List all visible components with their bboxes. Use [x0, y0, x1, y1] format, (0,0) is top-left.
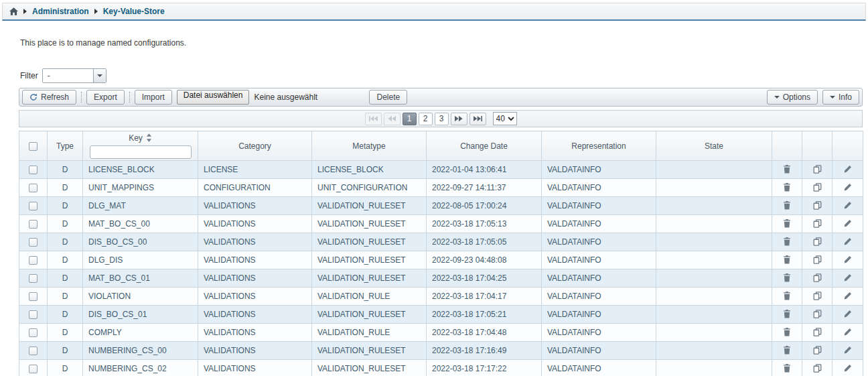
column-header-key[interactable]: Key: [83, 131, 198, 161]
row-checkbox[interactable]: [29, 238, 38, 247]
previous-page-button[interactable]: [384, 113, 401, 125]
edit-pencil-icon[interactable]: [842, 363, 854, 375]
copy-icon[interactable]: [811, 236, 823, 248]
cell-delete: [772, 233, 802, 251]
edit-pencil-icon[interactable]: [842, 308, 854, 320]
select-all-checkbox[interactable]: [29, 142, 38, 151]
cell-edit: [833, 342, 863, 360]
cell-copy: [802, 215, 833, 233]
cell-type: D: [48, 269, 83, 288]
home-icon[interactable]: [9, 7, 18, 15]
breadcrumb-item-administration[interactable]: Administration: [32, 7, 89, 16]
trash-icon[interactable]: [781, 308, 793, 320]
copy-icon[interactable]: [811, 308, 823, 320]
row-checkbox[interactable]: [29, 365, 38, 373]
table-header-row: Type Key Category Metatype Change Date R…: [19, 131, 863, 161]
trash-icon[interactable]: [781, 164, 793, 176]
edit-pencil-icon[interactable]: [842, 218, 854, 230]
row-checkbox[interactable]: [29, 328, 38, 337]
trash-icon[interactable]: [781, 290, 793, 302]
edit-pencil-icon[interactable]: [842, 272, 854, 284]
trash-icon[interactable]: [781, 236, 793, 248]
next-page-button[interactable]: [451, 113, 467, 125]
rows-per-page-select[interactable]: 40: [493, 112, 517, 125]
table-row: DMAT_BO_CS_00VALIDATIONSVALIDATION_RULES…: [19, 215, 863, 233]
column-header-copy: [802, 131, 833, 161]
edit-pencil-icon[interactable]: [842, 236, 854, 248]
page-button-2[interactable]: 2: [419, 113, 433, 125]
filter-dropdown[interactable]: -: [42, 68, 106, 83]
copy-icon[interactable]: [811, 182, 823, 194]
choose-file-button[interactable]: Datei auswählen: [177, 90, 250, 105]
copy-icon[interactable]: [811, 254, 823, 266]
trash-icon[interactable]: [781, 363, 793, 375]
trash-icon[interactable]: [781, 254, 793, 266]
row-checkbox[interactable]: [29, 166, 38, 174]
row-checkbox[interactable]: [29, 184, 38, 192]
trash-icon[interactable]: [781, 218, 793, 230]
cell-type: D: [48, 288, 83, 306]
cell-key: COMPLY: [83, 324, 198, 342]
cell-category: VALIDATIONS: [198, 269, 312, 288]
sort-icon[interactable]: [146, 133, 152, 142]
filter-dropdown-button[interactable]: [93, 69, 106, 82]
row-checkbox[interactable]: [29, 347, 38, 355]
trash-icon[interactable]: [781, 182, 793, 194]
cell-category: VALIDATIONS: [198, 215, 312, 233]
edit-pencil-icon[interactable]: [842, 290, 854, 302]
options-menu-button[interactable]: Options: [767, 90, 818, 105]
refresh-button[interactable]: Refresh: [22, 90, 76, 105]
cell-state: [656, 215, 772, 233]
column-header-category: Category: [198, 131, 312, 161]
copy-icon[interactable]: [811, 326, 823, 338]
cell-key: LICENSE_BLOCK: [83, 161, 198, 179]
edit-pencil-icon[interactable]: [842, 182, 854, 194]
first-page-button[interactable]: [365, 113, 382, 125]
row-checkbox[interactable]: [29, 310, 38, 319]
copy-icon[interactable]: [811, 200, 823, 212]
edit-pencil-icon[interactable]: [842, 326, 854, 338]
row-checkbox[interactable]: [29, 256, 38, 265]
cell-change-date: 2022-09-27 14:11:37: [427, 179, 542, 197]
breadcrumb-separator-icon: [23, 9, 27, 14]
copy-icon[interactable]: [811, 272, 823, 284]
edit-pencil-icon[interactable]: [842, 164, 854, 176]
info-menu-button[interactable]: Info: [822, 90, 859, 105]
cell-copy: [802, 161, 833, 179]
edit-pencil-icon[interactable]: [842, 254, 854, 266]
page-button-1[interactable]: 1: [403, 113, 417, 125]
trash-icon[interactable]: [781, 200, 793, 212]
paginator: 1 2 3 40: [19, 110, 863, 127]
row-checkbox[interactable]: [29, 292, 38, 301]
delete-button[interactable]: Delete: [369, 90, 407, 105]
cell-change-date: 2022-03-18 17:17:22: [427, 360, 542, 376]
trash-icon[interactable]: [781, 272, 793, 284]
last-page-button[interactable]: [469, 113, 486, 125]
trash-icon[interactable]: [781, 326, 793, 338]
copy-icon[interactable]: [811, 363, 823, 375]
cell-metatype: VALIDATION_RULE: [312, 288, 427, 306]
breadcrumb-item-key-value-store[interactable]: Key-Value-Store: [103, 7, 165, 16]
import-button[interactable]: Import: [135, 90, 172, 105]
export-button[interactable]: Export: [86, 90, 125, 105]
cell-representation: VALDATAINFO: [542, 360, 656, 376]
info-menu-label: Info: [839, 92, 852, 102]
copy-icon[interactable]: [811, 164, 823, 176]
row-checkbox[interactable]: [29, 202, 38, 210]
cell-copy: [802, 197, 833, 215]
cell-category: VALIDATIONS: [198, 197, 312, 215]
cell-edit: [833, 161, 863, 179]
edit-pencil-icon[interactable]: [842, 344, 854, 357]
copy-icon[interactable]: [811, 344, 823, 357]
trash-icon[interactable]: [781, 344, 793, 357]
copy-icon[interactable]: [811, 218, 823, 230]
cell-change-date: 2022-08-05 17:00:24: [427, 197, 542, 215]
key-filter-input[interactable]: [90, 145, 192, 159]
edit-pencil-icon[interactable]: [842, 200, 854, 212]
cell-key: NUMBERING_CS_00: [83, 342, 198, 360]
row-checkbox[interactable]: [29, 274, 38, 283]
copy-icon[interactable]: [811, 290, 823, 302]
page-button-3[interactable]: 3: [435, 113, 449, 125]
row-checkbox[interactable]: [29, 220, 38, 229]
cell-representation: VALDATAINFO: [542, 324, 656, 342]
